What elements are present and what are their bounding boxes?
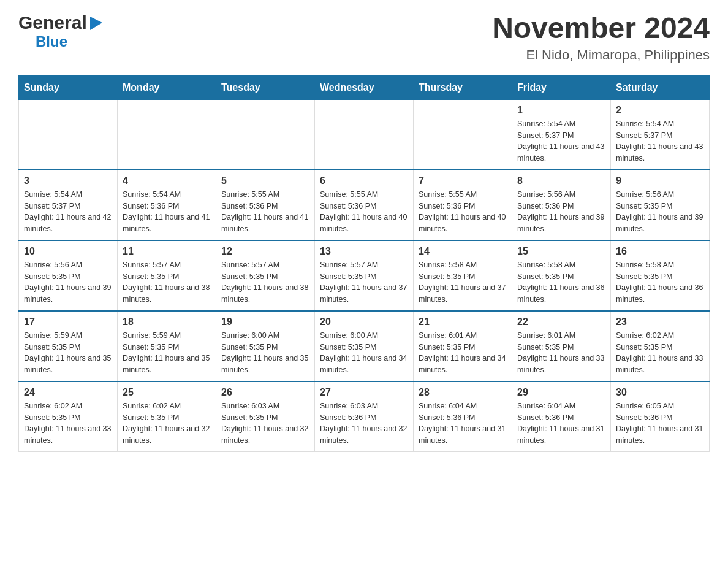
day-number: 27 — [320, 387, 408, 398]
day-number: 12 — [221, 246, 309, 257]
day-info: Sunrise: 5:54 AMSunset: 5:36 PMDaylight:… — [123, 189, 211, 235]
day-number: 11 — [123, 246, 211, 257]
calendar-cell: 27Sunrise: 6:03 AMSunset: 5:36 PMDayligh… — [315, 381, 414, 452]
day-number: 14 — [419, 246, 507, 257]
calendar-cell: 29Sunrise: 6:04 AMSunset: 5:36 PMDayligh… — [512, 381, 611, 452]
day-number: 23 — [616, 316, 704, 327]
day-info: Sunrise: 5:58 AMSunset: 5:35 PMDaylight:… — [419, 259, 507, 305]
svg-marker-0 — [90, 17, 102, 30]
day-number: 15 — [517, 246, 605, 257]
day-info: Sunrise: 6:04 AMSunset: 5:36 PMDaylight:… — [419, 400, 507, 446]
calendar-cell: 13Sunrise: 5:57 AMSunset: 5:35 PMDayligh… — [315, 240, 414, 311]
day-info: Sunrise: 5:54 AMSunset: 5:37 PMDaylight:… — [616, 118, 704, 164]
day-number: 13 — [320, 246, 408, 257]
calendar-week-row: 24Sunrise: 6:02 AMSunset: 5:35 PMDayligh… — [19, 381, 710, 452]
day-info: Sunrise: 5:55 AMSunset: 5:36 PMDaylight:… — [419, 189, 507, 235]
calendar-cell: 2Sunrise: 5:54 AMSunset: 5:37 PMDaylight… — [611, 99, 710, 170]
day-number: 10 — [24, 246, 112, 257]
day-info: Sunrise: 5:57 AMSunset: 5:35 PMDaylight:… — [221, 259, 309, 305]
day-number: 3 — [24, 175, 112, 186]
logo-triangle-icon — [90, 17, 102, 30]
day-info: Sunrise: 5:54 AMSunset: 5:37 PMDaylight:… — [517, 118, 605, 164]
calendar-week-row: 10Sunrise: 5:56 AMSunset: 5:35 PMDayligh… — [19, 240, 710, 311]
day-number: 7 — [419, 175, 507, 186]
day-info: Sunrise: 6:00 AMSunset: 5:35 PMDaylight:… — [320, 330, 408, 376]
calendar-table: SundayMondayTuesdayWednesdayThursdayFrid… — [18, 75, 710, 452]
day-info: Sunrise: 6:03 AMSunset: 5:36 PMDaylight:… — [320, 400, 408, 446]
day-number: 8 — [517, 175, 605, 186]
logo-blue-text: Blue — [36, 33, 67, 50]
calendar-cell — [315, 99, 414, 170]
day-info: Sunrise: 5:57 AMSunset: 5:35 PMDaylight:… — [123, 259, 211, 305]
calendar-cell: 14Sunrise: 5:58 AMSunset: 5:35 PMDayligh… — [414, 240, 512, 311]
calendar-cell: 5Sunrise: 5:55 AMSunset: 5:36 PMDaylight… — [216, 170, 315, 240]
day-number: 4 — [123, 175, 211, 186]
day-info: Sunrise: 5:59 AMSunset: 5:35 PMDaylight:… — [24, 330, 112, 376]
calendar-cell — [118, 99, 216, 170]
page-title: November 2024 — [492, 12, 710, 45]
calendar-cell: 15Sunrise: 5:58 AMSunset: 5:35 PMDayligh… — [512, 240, 611, 311]
calendar-week-row: 3Sunrise: 5:54 AMSunset: 5:37 PMDaylight… — [19, 170, 710, 240]
calendar-cell: 8Sunrise: 5:56 AMSunset: 5:36 PMDaylight… — [512, 170, 611, 240]
calendar-cell: 18Sunrise: 5:59 AMSunset: 5:35 PMDayligh… — [118, 311, 216, 381]
calendar-cell: 16Sunrise: 5:58 AMSunset: 5:35 PMDayligh… — [611, 240, 710, 311]
calendar-day-header: Sunday — [19, 75, 118, 99]
day-number: 28 — [419, 387, 507, 398]
day-number: 22 — [517, 316, 605, 327]
day-info: Sunrise: 6:04 AMSunset: 5:36 PMDaylight:… — [517, 400, 605, 446]
day-number: 16 — [616, 246, 704, 257]
calendar-cell: 1Sunrise: 5:54 AMSunset: 5:37 PMDaylight… — [512, 99, 611, 170]
calendar-cell — [414, 99, 512, 170]
page-header: General Blue November 2024 El Nido, Mima… — [18, 12, 710, 63]
calendar-day-header: Friday — [512, 75, 611, 99]
day-info: Sunrise: 5:56 AMSunset: 5:35 PMDaylight:… — [616, 189, 704, 235]
page-subtitle: El Nido, Mimaropa, Philippines — [492, 47, 710, 63]
calendar-cell: 12Sunrise: 5:57 AMSunset: 5:35 PMDayligh… — [216, 240, 315, 311]
day-number: 5 — [221, 175, 309, 186]
day-info: Sunrise: 5:59 AMSunset: 5:35 PMDaylight:… — [123, 330, 211, 376]
calendar-cell: 21Sunrise: 6:01 AMSunset: 5:35 PMDayligh… — [414, 311, 512, 381]
day-number: 20 — [320, 316, 408, 327]
day-info: Sunrise: 6:03 AMSunset: 5:35 PMDaylight:… — [221, 400, 309, 446]
day-info: Sunrise: 6:01 AMSunset: 5:35 PMDaylight:… — [517, 330, 605, 376]
calendar-week-row: 1Sunrise: 5:54 AMSunset: 5:37 PMDaylight… — [19, 99, 710, 170]
calendar-cell: 9Sunrise: 5:56 AMSunset: 5:35 PMDaylight… — [611, 170, 710, 240]
day-number: 29 — [517, 387, 605, 398]
day-number: 6 — [320, 175, 408, 186]
calendar-cell: 7Sunrise: 5:55 AMSunset: 5:36 PMDaylight… — [414, 170, 512, 240]
calendar-week-row: 17Sunrise: 5:59 AMSunset: 5:35 PMDayligh… — [19, 311, 710, 381]
title-section: November 2024 El Nido, Mimaropa, Philipp… — [492, 12, 710, 63]
day-number: 26 — [221, 387, 309, 398]
day-info: Sunrise: 5:56 AMSunset: 5:36 PMDaylight:… — [517, 189, 605, 235]
logo-general-text: General — [18, 12, 87, 33]
day-info: Sunrise: 5:58 AMSunset: 5:35 PMDaylight:… — [616, 259, 704, 305]
calendar-cell: 6Sunrise: 5:55 AMSunset: 5:36 PMDaylight… — [315, 170, 414, 240]
day-info: Sunrise: 5:58 AMSunset: 5:35 PMDaylight:… — [517, 259, 605, 305]
day-number: 17 — [24, 316, 112, 327]
calendar-cell: 26Sunrise: 6:03 AMSunset: 5:35 PMDayligh… — [216, 381, 315, 452]
calendar-cell: 10Sunrise: 5:56 AMSunset: 5:35 PMDayligh… — [19, 240, 118, 311]
day-number: 24 — [24, 387, 112, 398]
day-info: Sunrise: 5:55 AMSunset: 5:36 PMDaylight:… — [320, 189, 408, 235]
day-info: Sunrise: 6:02 AMSunset: 5:35 PMDaylight:… — [616, 330, 704, 376]
calendar-day-header: Thursday — [414, 75, 512, 99]
calendar-day-header: Monday — [118, 75, 216, 99]
day-info: Sunrise: 6:00 AMSunset: 5:35 PMDaylight:… — [221, 330, 309, 376]
calendar-cell: 19Sunrise: 6:00 AMSunset: 5:35 PMDayligh… — [216, 311, 315, 381]
day-number: 2 — [616, 105, 704, 116]
calendar-cell: 30Sunrise: 6:05 AMSunset: 5:36 PMDayligh… — [611, 381, 710, 452]
calendar-header-row: SundayMondayTuesdayWednesdayThursdayFrid… — [19, 75, 710, 99]
calendar-cell: 24Sunrise: 6:02 AMSunset: 5:35 PMDayligh… — [19, 381, 118, 452]
day-info: Sunrise: 6:02 AMSunset: 5:35 PMDaylight:… — [123, 400, 211, 446]
day-info: Sunrise: 6:05 AMSunset: 5:36 PMDaylight:… — [616, 400, 704, 446]
day-info: Sunrise: 6:02 AMSunset: 5:35 PMDaylight:… — [24, 400, 112, 446]
day-number: 21 — [419, 316, 507, 327]
day-number: 9 — [616, 175, 704, 186]
calendar-cell: 22Sunrise: 6:01 AMSunset: 5:35 PMDayligh… — [512, 311, 611, 381]
calendar-day-header: Saturday — [611, 75, 710, 99]
day-info: Sunrise: 5:56 AMSunset: 5:35 PMDaylight:… — [24, 259, 112, 305]
calendar-cell: 25Sunrise: 6:02 AMSunset: 5:35 PMDayligh… — [118, 381, 216, 452]
calendar-cell: 3Sunrise: 5:54 AMSunset: 5:37 PMDaylight… — [19, 170, 118, 240]
calendar-day-header: Wednesday — [315, 75, 414, 99]
day-number: 19 — [221, 316, 309, 327]
